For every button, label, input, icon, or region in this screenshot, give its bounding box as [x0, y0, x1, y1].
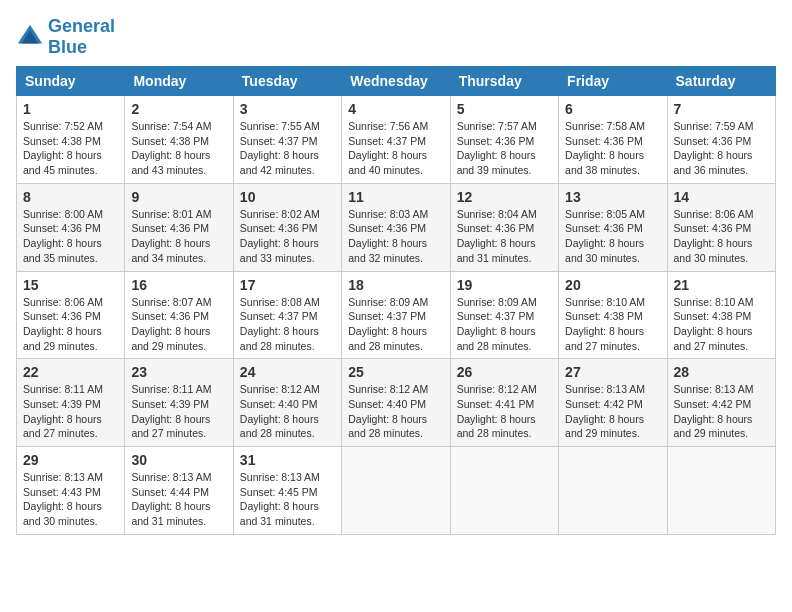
day-number: 6: [565, 101, 660, 117]
cell-text: Sunrise: 7:52 AMSunset: 4:38 PMDaylight:…: [23, 120, 103, 176]
cell-text: Sunrise: 8:09 AMSunset: 4:37 PMDaylight:…: [457, 296, 537, 352]
calendar-cell: 11Sunrise: 8:03 AMSunset: 4:36 PMDayligh…: [342, 183, 450, 271]
calendar-cell: 22Sunrise: 8:11 AMSunset: 4:39 PMDayligh…: [17, 359, 125, 447]
day-number: 5: [457, 101, 552, 117]
weekday-header-sunday: Sunday: [17, 67, 125, 96]
calendar-cell: 18Sunrise: 8:09 AMSunset: 4:37 PMDayligh…: [342, 271, 450, 359]
cell-text: Sunrise: 8:13 AMSunset: 4:42 PMDaylight:…: [674, 383, 754, 439]
cell-text: Sunrise: 8:07 AMSunset: 4:36 PMDaylight:…: [131, 296, 211, 352]
cell-text: Sunrise: 7:58 AMSunset: 4:36 PMDaylight:…: [565, 120, 645, 176]
weekday-header-row: SundayMondayTuesdayWednesdayThursdayFrid…: [17, 67, 776, 96]
weekday-header-friday: Friday: [559, 67, 667, 96]
cell-text: Sunrise: 8:10 AMSunset: 4:38 PMDaylight:…: [674, 296, 754, 352]
weekday-header-monday: Monday: [125, 67, 233, 96]
day-number: 26: [457, 364, 552, 380]
calendar-cell: [559, 447, 667, 535]
cell-text: Sunrise: 8:11 AMSunset: 4:39 PMDaylight:…: [131, 383, 211, 439]
calendar-cell: 13Sunrise: 8:05 AMSunset: 4:36 PMDayligh…: [559, 183, 667, 271]
day-number: 30: [131, 452, 226, 468]
cell-text: Sunrise: 8:06 AMSunset: 4:36 PMDaylight:…: [674, 208, 754, 264]
calendar-week-row: 22Sunrise: 8:11 AMSunset: 4:39 PMDayligh…: [17, 359, 776, 447]
cell-text: Sunrise: 8:13 AMSunset: 4:43 PMDaylight:…: [23, 471, 103, 527]
calendar-cell: 7Sunrise: 7:59 AMSunset: 4:36 PMDaylight…: [667, 96, 775, 184]
calendar-cell: 3Sunrise: 7:55 AMSunset: 4:37 PMDaylight…: [233, 96, 341, 184]
calendar-cell: 31Sunrise: 8:13 AMSunset: 4:45 PMDayligh…: [233, 447, 341, 535]
calendar-cell: 5Sunrise: 7:57 AMSunset: 4:36 PMDaylight…: [450, 96, 558, 184]
day-number: 2: [131, 101, 226, 117]
weekday-header-saturday: Saturday: [667, 67, 775, 96]
day-number: 8: [23, 189, 118, 205]
calendar-cell: 17Sunrise: 8:08 AMSunset: 4:37 PMDayligh…: [233, 271, 341, 359]
cell-text: Sunrise: 7:59 AMSunset: 4:36 PMDaylight:…: [674, 120, 754, 176]
cell-text: Sunrise: 8:03 AMSunset: 4:36 PMDaylight:…: [348, 208, 428, 264]
day-number: 31: [240, 452, 335, 468]
day-number: 9: [131, 189, 226, 205]
day-number: 29: [23, 452, 118, 468]
calendar-week-row: 1Sunrise: 7:52 AMSunset: 4:38 PMDaylight…: [17, 96, 776, 184]
day-number: 3: [240, 101, 335, 117]
day-number: 28: [674, 364, 769, 380]
calendar-cell: 27Sunrise: 8:13 AMSunset: 4:42 PMDayligh…: [559, 359, 667, 447]
day-number: 20: [565, 277, 660, 293]
day-number: 17: [240, 277, 335, 293]
day-number: 10: [240, 189, 335, 205]
weekday-header-thursday: Thursday: [450, 67, 558, 96]
calendar-cell: 2Sunrise: 7:54 AMSunset: 4:38 PMDaylight…: [125, 96, 233, 184]
cell-text: Sunrise: 8:13 AMSunset: 4:42 PMDaylight:…: [565, 383, 645, 439]
day-number: 21: [674, 277, 769, 293]
calendar-cell: 19Sunrise: 8:09 AMSunset: 4:37 PMDayligh…: [450, 271, 558, 359]
calendar-week-row: 29Sunrise: 8:13 AMSunset: 4:43 PMDayligh…: [17, 447, 776, 535]
day-number: 14: [674, 189, 769, 205]
day-number: 13: [565, 189, 660, 205]
calendar-cell: 12Sunrise: 8:04 AMSunset: 4:36 PMDayligh…: [450, 183, 558, 271]
calendar-cell: 1Sunrise: 7:52 AMSunset: 4:38 PMDaylight…: [17, 96, 125, 184]
day-number: 23: [131, 364, 226, 380]
cell-text: Sunrise: 7:55 AMSunset: 4:37 PMDaylight:…: [240, 120, 320, 176]
cell-text: Sunrise: 8:13 AMSunset: 4:45 PMDaylight:…: [240, 471, 320, 527]
day-number: 1: [23, 101, 118, 117]
day-number: 22: [23, 364, 118, 380]
cell-text: Sunrise: 8:02 AMSunset: 4:36 PMDaylight:…: [240, 208, 320, 264]
logo-text: General Blue: [48, 16, 115, 58]
day-number: 15: [23, 277, 118, 293]
cell-text: Sunrise: 8:00 AMSunset: 4:36 PMDaylight:…: [23, 208, 103, 264]
calendar-week-row: 8Sunrise: 8:00 AMSunset: 4:36 PMDaylight…: [17, 183, 776, 271]
calendar-cell: 26Sunrise: 8:12 AMSunset: 4:41 PMDayligh…: [450, 359, 558, 447]
cell-text: Sunrise: 8:09 AMSunset: 4:37 PMDaylight:…: [348, 296, 428, 352]
cell-text: Sunrise: 7:57 AMSunset: 4:36 PMDaylight:…: [457, 120, 537, 176]
calendar-cell: 15Sunrise: 8:06 AMSunset: 4:36 PMDayligh…: [17, 271, 125, 359]
cell-text: Sunrise: 8:04 AMSunset: 4:36 PMDaylight:…: [457, 208, 537, 264]
day-number: 18: [348, 277, 443, 293]
cell-text: Sunrise: 8:13 AMSunset: 4:44 PMDaylight:…: [131, 471, 211, 527]
weekday-header-wednesday: Wednesday: [342, 67, 450, 96]
day-number: 16: [131, 277, 226, 293]
cell-text: Sunrise: 8:08 AMSunset: 4:37 PMDaylight:…: [240, 296, 320, 352]
calendar-cell: [342, 447, 450, 535]
cell-text: Sunrise: 8:12 AMSunset: 4:40 PMDaylight:…: [240, 383, 320, 439]
calendar-cell: 6Sunrise: 7:58 AMSunset: 4:36 PMDaylight…: [559, 96, 667, 184]
cell-text: Sunrise: 8:12 AMSunset: 4:41 PMDaylight:…: [457, 383, 537, 439]
calendar-week-row: 15Sunrise: 8:06 AMSunset: 4:36 PMDayligh…: [17, 271, 776, 359]
cell-text: Sunrise: 8:11 AMSunset: 4:39 PMDaylight:…: [23, 383, 103, 439]
calendar-cell: 16Sunrise: 8:07 AMSunset: 4:36 PMDayligh…: [125, 271, 233, 359]
calendar-cell: 28Sunrise: 8:13 AMSunset: 4:42 PMDayligh…: [667, 359, 775, 447]
calendar-cell: 25Sunrise: 8:12 AMSunset: 4:40 PMDayligh…: [342, 359, 450, 447]
page-container: General Blue SundayMondayTuesdayWednesda…: [16, 16, 776, 535]
day-number: 4: [348, 101, 443, 117]
cell-text: Sunrise: 8:06 AMSunset: 4:36 PMDaylight:…: [23, 296, 103, 352]
calendar-cell: 23Sunrise: 8:11 AMSunset: 4:39 PMDayligh…: [125, 359, 233, 447]
calendar-cell: 8Sunrise: 8:00 AMSunset: 4:36 PMDaylight…: [17, 183, 125, 271]
calendar-cell: [667, 447, 775, 535]
header: General Blue: [16, 16, 776, 58]
logo: General Blue: [16, 16, 115, 58]
calendar-table: SundayMondayTuesdayWednesdayThursdayFrid…: [16, 66, 776, 535]
day-number: 11: [348, 189, 443, 205]
day-number: 25: [348, 364, 443, 380]
cell-text: Sunrise: 8:05 AMSunset: 4:36 PMDaylight:…: [565, 208, 645, 264]
day-number: 27: [565, 364, 660, 380]
cell-text: Sunrise: 8:01 AMSunset: 4:36 PMDaylight:…: [131, 208, 211, 264]
day-number: 19: [457, 277, 552, 293]
logo-icon: [16, 23, 44, 51]
cell-text: Sunrise: 8:12 AMSunset: 4:40 PMDaylight:…: [348, 383, 428, 439]
calendar-cell: [450, 447, 558, 535]
